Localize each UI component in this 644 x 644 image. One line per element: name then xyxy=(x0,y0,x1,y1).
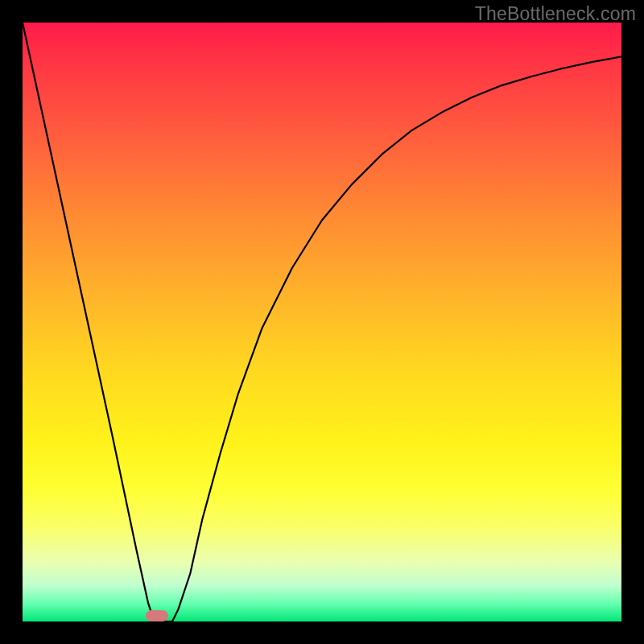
bottleneck-curve xyxy=(23,23,621,621)
watermark-text: TheBottleneck.com xyxy=(475,3,636,25)
plot-area xyxy=(23,23,621,621)
optimal-marker xyxy=(146,610,168,621)
chart-frame: TheBottleneck.com xyxy=(0,0,644,644)
